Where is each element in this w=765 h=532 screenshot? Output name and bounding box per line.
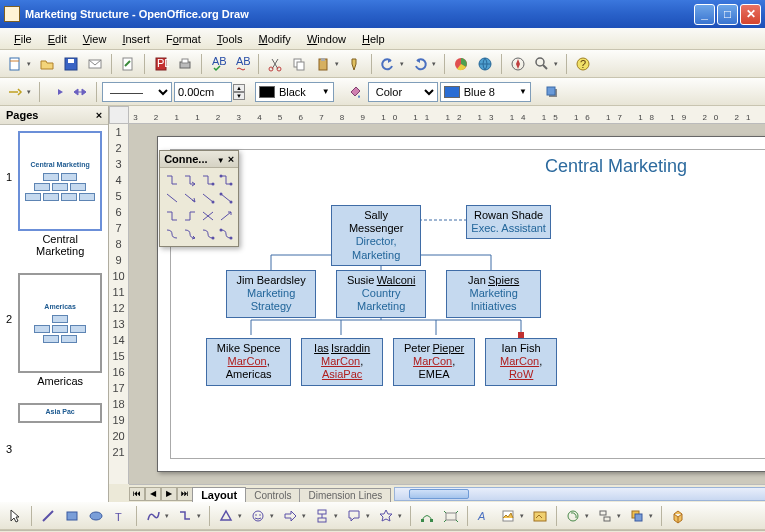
org-box[interactable]: Ias IsraddinMarCon, AsiaPac (301, 338, 383, 386)
cut-button[interactable] (264, 53, 286, 75)
connector-icon[interactable] (218, 190, 234, 206)
sheet-tab-controls[interactable]: Controls (245, 488, 300, 502)
menu-file[interactable]: FFileile (6, 30, 40, 48)
curve-tool[interactable] (142, 505, 164, 527)
connector-icon[interactable] (182, 172, 198, 188)
vertical-ruler[interactable]: 123456789101112131415161718192021 (109, 124, 129, 484)
tab-nav-prev[interactable]: ◀ (145, 487, 161, 501)
symbol-shapes-tool[interactable] (247, 505, 269, 527)
connectors-palette[interactable]: Conne... ▼ × (159, 150, 239, 247)
menu-window[interactable]: Window (299, 30, 354, 48)
palette-close-icon[interactable]: × (228, 153, 234, 165)
canvas[interactable]: Central Marketing (129, 124, 765, 484)
paste-button[interactable] (312, 53, 334, 75)
menu-format[interactable]: Format (158, 30, 209, 48)
page-thumbnail[interactable]: Asia Pac (18, 403, 102, 423)
connector-icon[interactable] (200, 172, 216, 188)
zoom-button[interactable] (531, 53, 553, 75)
alignment-tool[interactable] (594, 505, 616, 527)
sheet-tab-layout[interactable]: Layout (192, 487, 246, 502)
org-box[interactable]: Mike SpenceMarCon, Americas (206, 338, 291, 386)
connector-icon[interactable] (164, 172, 180, 188)
chart-button[interactable] (450, 53, 472, 75)
tab-nav-first[interactable]: ⏮ (129, 487, 145, 501)
select-tool[interactable] (4, 505, 26, 527)
line-style-select[interactable]: ——— (102, 82, 172, 102)
tab-nav-next[interactable]: ▶ (161, 487, 177, 501)
connector-tool[interactable] (174, 505, 196, 527)
menu-edit[interactable]: Edit (40, 30, 75, 48)
connector-icon[interactable] (182, 190, 198, 206)
connector-icon[interactable] (218, 172, 234, 188)
connector-icon[interactable] (164, 226, 180, 242)
connector-icon[interactable] (164, 190, 180, 206)
email-button[interactable] (84, 53, 106, 75)
gluepoints-tool[interactable] (440, 505, 462, 527)
line-width-input[interactable] (174, 82, 232, 102)
export-pdf-button[interactable]: PDF (150, 53, 172, 75)
connector-icon[interactable] (200, 190, 216, 206)
from-file-tool[interactable] (497, 505, 519, 527)
horizontal-ruler[interactable]: 3 2 1 1 2 3 4 5 6 7 8 9 10 11 12 13 14 1… (129, 106, 765, 124)
redo-button[interactable] (409, 53, 431, 75)
rectangle-tool[interactable] (61, 505, 83, 527)
menu-insert[interactable]: Insert (114, 30, 158, 48)
undo-button[interactable] (377, 53, 399, 75)
tab-nav-last[interactable]: ⏭ (177, 487, 193, 501)
pages-panel-close-icon[interactable]: × (96, 109, 102, 121)
arrow-style-button[interactable] (4, 81, 26, 103)
page-thumbnail[interactable]: Central Marketing (18, 131, 102, 231)
help-button[interactable]: ? (572, 53, 594, 75)
connector-icon[interactable] (164, 208, 180, 224)
print-button[interactable] (174, 53, 196, 75)
line-endpoint-icon[interactable] (45, 81, 67, 103)
maximize-button[interactable]: □ (717, 4, 738, 25)
line-tool[interactable] (37, 505, 59, 527)
line-width-down[interactable]: ▼ (233, 92, 245, 100)
org-box[interactable]: Peter PieperMarCon, EMEA (393, 338, 475, 386)
shadow-button[interactable] (541, 81, 563, 103)
fill-color-select[interactable]: Blue 8 ▼ (440, 82, 531, 102)
line-color-select[interactable]: Black ▼ (255, 82, 334, 102)
callout-tool[interactable] (343, 505, 365, 527)
ellipse-tool[interactable] (85, 505, 107, 527)
paint-bucket-icon[interactable] (344, 81, 366, 103)
edit-file-button[interactable] (117, 53, 139, 75)
connector-icon[interactable] (200, 226, 216, 242)
open-button[interactable] (36, 53, 58, 75)
minimize-button[interactable]: _ (694, 4, 715, 25)
copy-button[interactable] (288, 53, 310, 75)
text-tool[interactable]: T (109, 505, 131, 527)
org-box[interactable]: Jim BeardsleyMarketing Strategy (226, 270, 316, 318)
spellcheck-button[interactable]: ABC (207, 53, 229, 75)
menu-modify[interactable]: Modify (250, 30, 298, 48)
sheet-tab-dimension[interactable]: Dimension Lines (299, 488, 391, 502)
new-button[interactable] (4, 53, 26, 75)
block-arrows-tool[interactable] (279, 505, 301, 527)
auto-spellcheck-button[interactable]: ABC (231, 53, 253, 75)
effects-tool[interactable] (562, 505, 584, 527)
line-width-up[interactable]: ▲ (233, 84, 245, 92)
format-paintbrush-button[interactable] (344, 53, 366, 75)
fill-type-select[interactable]: Color (368, 82, 438, 102)
connector-icon[interactable] (182, 208, 198, 224)
arrange-tool[interactable] (626, 505, 648, 527)
flowchart-tool[interactable] (311, 505, 333, 527)
stars-tool[interactable] (375, 505, 397, 527)
org-box[interactable]: Susie WalconiCountry Marketing (336, 270, 426, 318)
save-button[interactable] (60, 53, 82, 75)
org-box[interactable]: Sally MessengerDirector, Marketing (331, 205, 421, 266)
palette-menu-icon[interactable]: ▼ (217, 156, 225, 165)
hyperlink-button[interactable] (474, 53, 496, 75)
connector-icon[interactable] (200, 208, 216, 224)
connector-icon[interactable] (182, 226, 198, 242)
org-box[interactable]: Jan SpiersMarketing Initiatives (446, 270, 541, 318)
horizontal-scrollbar[interactable] (394, 487, 765, 501)
navigator-button[interactable] (507, 53, 529, 75)
menu-tools[interactable]: Tools (209, 30, 251, 48)
org-box[interactable]: Ian FishMarCon, RoW (485, 338, 557, 386)
connector-icon[interactable] (218, 208, 234, 224)
menu-view[interactable]: View (75, 30, 115, 48)
close-button[interactable]: ✕ (740, 4, 761, 25)
basic-shapes-tool[interactable] (215, 505, 237, 527)
